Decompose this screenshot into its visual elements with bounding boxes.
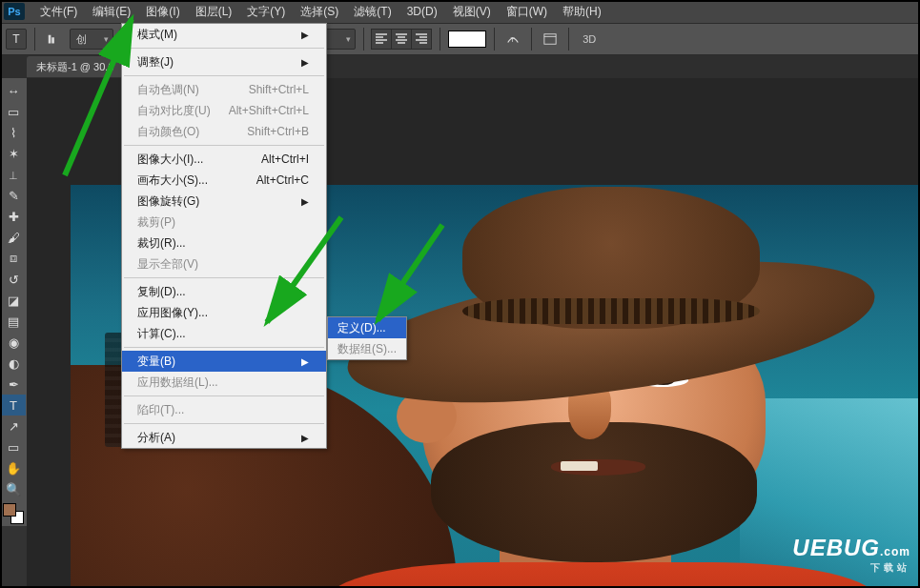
text-align-group [372, 29, 432, 50]
color-swatches[interactable] [3, 503, 24, 524]
menu-item-label: 自动颜色(O) [137, 124, 199, 140]
separator [440, 28, 440, 51]
menu-item: 自动色调(N)Shift+Ctrl+L [122, 79, 326, 100]
menu-item[interactable]: 图像旋转(G)▶ [122, 191, 326, 212]
align-right-button[interactable] [411, 29, 432, 50]
tool-lasso[interactable]: ⌇ [1, 122, 26, 143]
tool-preset-button[interactable]: T [6, 29, 27, 50]
menu-item-label: 计算(C)... [137, 326, 186, 342]
menu-item[interactable]: 复制(D)... [122, 281, 326, 302]
photo-beard [431, 422, 757, 561]
tool-crop[interactable]: ⟂ [1, 164, 26, 185]
menu-item[interactable]: 裁切(R)... [122, 233, 326, 253]
menu-item[interactable]: 图像大小(I)...Alt+Ctrl+I [122, 149, 326, 170]
menu-item[interactable]: 画布大小(S)...Alt+Ctrl+C [122, 170, 326, 191]
menu-divider [124, 423, 324, 424]
menu-item-label: 调整(J) [137, 54, 174, 71]
menu-item-shortcut: Alt+Ctrl+C [256, 173, 309, 187]
tool-type[interactable]: T [1, 395, 26, 416]
menu-item[interactable]: 分析(A)▶ [122, 427, 326, 448]
menu-item-shortcut: Shift+Ctrl+L [249, 83, 309, 96]
watermark-text: UEBUG [792, 535, 880, 560]
align-left-button[interactable] [371, 29, 392, 50]
submenu-arrow-icon: ▶ [301, 433, 309, 443]
tool-dodge[interactable]: ◐ [1, 353, 26, 374]
menu-divider [124, 395, 324, 396]
tool-marquee[interactable]: ▭ [1, 101, 26, 122]
tool-eyedrop[interactable]: ✎ [1, 185, 26, 206]
menu-item-label: 分析(A) [137, 430, 175, 446]
menu-divider [124, 145, 324, 146]
menu-select[interactable]: 选择(S) [293, 0, 346, 23]
tool-move[interactable]: ↔ [1, 80, 26, 101]
tool-pen[interactable]: ✒ [1, 374, 26, 395]
menu-item-label: 自动对比度(U) [137, 103, 211, 119]
tool-heal[interactable]: ✚ [1, 206, 26, 227]
menu-divider [124, 48, 324, 49]
tool-path[interactable]: ↗ [1, 416, 26, 436]
app-logo: Ps [4, 3, 25, 20]
menu-item: 应用数据组(L)... [122, 372, 326, 393]
menu-3d[interactable]: 3D(D) [399, 0, 445, 23]
menu-item-label: 图像大小(I)... [137, 152, 203, 168]
separator [568, 28, 569, 51]
document-tab-label: 未标题-1 @ 30.6 [36, 60, 113, 74]
tool-blur[interactable]: ◉ [1, 332, 26, 353]
submenu-arrow-icon: ▶ [301, 30, 309, 40]
font-family-select[interactable]: 创 [70, 29, 113, 50]
tool-zoom[interactable]: 🔍 [1, 478, 26, 499]
menu-item-label: 模式(M) [137, 27, 177, 43]
tool-gradient[interactable]: ▤ [1, 311, 26, 332]
separator [34, 28, 35, 51]
menu-item[interactable]: 应用图像(Y)... [122, 302, 326, 323]
menu-item[interactable]: 模式(M)▶ [122, 24, 326, 45]
photoshop-window: Ps 文件(F) 编辑(E) 图像(I) 图层(L) 文字(Y) 选择(S) 滤… [0, 0, 920, 588]
menu-help[interactable]: 帮助(H) [555, 0, 609, 23]
label: 创 [76, 32, 87, 47]
menu-item: 自动对比度(U)Alt+Shift+Ctrl+L [122, 100, 326, 121]
menu-item: 陷印(T)... [122, 399, 326, 420]
tool-hand[interactable]: ✋ [1, 457, 26, 478]
menu-file[interactable]: 文件(F) [32, 0, 85, 23]
menu-image[interactable]: 图像(I) [138, 0, 187, 23]
warp-text-button[interactable]: T [502, 29, 523, 50]
menu-item-label: 应用图像(Y)... [137, 305, 208, 321]
3d-button[interactable]: 3D [577, 33, 602, 45]
menu-layer[interactable]: 图层(L) [188, 0, 240, 23]
menu-filter[interactable]: 滤镜(T) [346, 0, 399, 23]
tool-history[interactable]: ↺ [1, 269, 26, 290]
submenu-arrow-icon: ▶ [301, 356, 309, 367]
submenu-item: 数据组(S)... [328, 338, 406, 359]
menu-item-shortcut: Alt+Ctrl+I [261, 152, 309, 166]
menu-item-label: 显示全部(V) [137, 256, 198, 273]
separator [494, 28, 495, 51]
tool-wand[interactable]: ✶ [1, 143, 26, 164]
menu-view[interactable]: 视图(V) [445, 0, 499, 23]
submenu-item[interactable]: 定义(D)... [328, 317, 406, 338]
menu-item: 自动颜色(O)Shift+Ctrl+B [122, 121, 326, 142]
menu-item-label: 变量(B) [137, 354, 175, 370]
align-center-button[interactable] [391, 29, 412, 50]
menu-window[interactable]: 窗口(W) [499, 0, 555, 23]
tool-brush[interactable]: 🖌 [1, 227, 26, 248]
watermark-ext: .com [880, 545, 910, 558]
menu-item-label: 图像旋转(G) [137, 193, 199, 210]
menu-type[interactable]: 文字(Y) [239, 0, 293, 23]
separator [363, 28, 364, 51]
tool-rect[interactable]: ▭ [1, 436, 26, 457]
menu-item: 裁剪(P) [122, 212, 326, 233]
menu-edit[interactable]: 编辑(E) [85, 0, 138, 23]
menu-divider [124, 347, 324, 348]
character-panel-button[interactable] [540, 29, 561, 50]
tool-stamp[interactable]: ⧈ [1, 248, 26, 269]
text-color-swatch[interactable] [448, 30, 486, 48]
menu-item-label: 应用数据组(L)... [137, 375, 218, 391]
menu-item-label: 裁切(R)... [137, 235, 186, 252]
orientation-toggle-icon[interactable] [43, 29, 64, 50]
menu-item: 显示全部(V) [122, 253, 326, 274]
menu-item[interactable]: 计算(C)... [122, 323, 326, 344]
menu-item[interactable]: 变量(B)▶ [122, 351, 326, 372]
menu-item[interactable]: 调整(J)▶ [122, 51, 326, 72]
tool-eraser[interactable]: ◪ [1, 290, 26, 311]
separator [531, 28, 532, 51]
